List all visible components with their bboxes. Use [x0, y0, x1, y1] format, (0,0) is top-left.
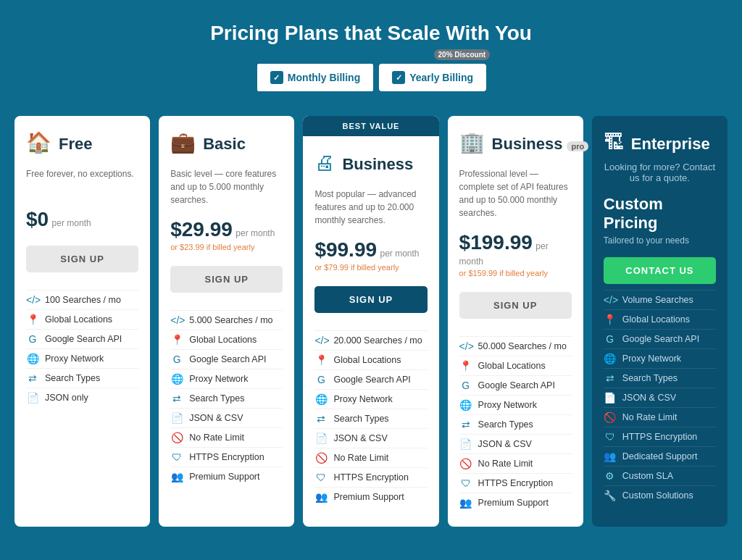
plan-free-header: 🏠 Free [26, 130, 138, 157]
feature-item: 🛡HTTPS Encryption [170, 447, 283, 467]
custom-pricing-title: Custom Pricing [604, 195, 716, 233]
plan-enterprise-icon: 🏗 [604, 130, 624, 154]
feat-text: No Rate Limit [622, 412, 678, 422]
feat-text: No Rate Limit [333, 453, 388, 463]
plan-enterprise-contact-button[interactable]: CONTACT US [604, 257, 716, 284]
feature-item: 📄JSON & CSV [604, 388, 716, 407]
feat-text: 100 Searches / mo [45, 295, 121, 305]
feature-item: 📍Global Locations [314, 350, 427, 369]
plan-business-icon: 🖨 [314, 151, 335, 175]
feat-icon: 👥 [459, 497, 472, 509]
feat-text: No Rate Limit [189, 432, 244, 443]
plan-free-price: $0 per month [26, 208, 138, 231]
feature-item: 🌐Proxy Network [314, 389, 427, 409]
plan-basic-header: 💼 Basic [170, 130, 283, 157]
feature-item: </>Volume Searches [604, 290, 716, 309]
feat-icon: 🚫 [314, 452, 328, 464]
feat-text: Proxy Network [478, 400, 537, 410]
feat-text: Google Search API [189, 354, 266, 364]
plan-free: 🏠 Free Free forever, no exceptions. $0 p… [14, 116, 150, 527]
feat-text: 5.000 Searches / mo [189, 315, 272, 325]
feature-item: 👥Dedicated Support [604, 446, 716, 466]
plan-business-yearly-note: or $79.99 if billed yearly [314, 263, 427, 272]
plan-enterprise-features: </>Volume Searches 📍Global Locations GGo… [604, 290, 716, 512]
feat-text: Search Types [622, 373, 678, 383]
feat-text: HTTPS Encryption [189, 452, 264, 462]
feat-text: Custom Solutions [622, 490, 693, 501]
feature-item: 📄JSON only [26, 388, 138, 407]
plan-business-signup-button[interactable]: SIGN UP [314, 286, 427, 313]
feature-item: 🚫No Rate Limit [604, 407, 716, 427]
feat-icon-json: 📄 [26, 392, 39, 404]
feat-text: JSON & CSV [478, 439, 532, 449]
plan-business-pro-name: Business pro [492, 135, 589, 154]
feat-text: 20.000 Searches / mo [333, 335, 422, 346]
feat-icon: 👥 [314, 491, 328, 503]
feature-item: 👥Premium Support [170, 467, 283, 486]
plan-enterprise-header: 🏗 Enterprise [604, 130, 716, 157]
feat-icon: ⇄ [170, 393, 183, 404]
feat-text: Proxy Network [45, 354, 104, 364]
plan-basic-price: $29.99 per month or $23.99 if billed yea… [170, 218, 283, 251]
feature-item: GGoogle Search API [459, 375, 572, 395]
feat-text: Custom SLA [622, 471, 673, 481]
feat-text: HTTPS Encryption [478, 478, 554, 488]
monthly-billing-label: Monthly Billing [288, 72, 360, 83]
monthly-billing-option[interactable]: ✓ Monthly Billing [256, 62, 375, 93]
feature-item: </>5.000 Searches / mo [170, 310, 283, 330]
feature-item: ⇄Search Types [170, 388, 283, 408]
feat-text: No Rate Limit [478, 459, 533, 469]
feature-item: 🌐Proxy Network [604, 348, 716, 368]
feature-item: 🚫No Rate Limit [314, 448, 427, 467]
feature-item: ⇄Search Types [459, 414, 572, 434]
feat-text: JSON only [45, 393, 88, 403]
feat-icon: 🌐 [459, 399, 472, 411]
feature-item: 📍Global Locations [604, 309, 716, 329]
plan-business-pro-amount: $199.99 [459, 231, 533, 254]
feature-item: 📍Global Locations [170, 330, 283, 349]
feat-icon: 👥 [170, 471, 183, 482]
feat-text: Google Search API [333, 375, 410, 385]
plans-container: 🏠 Free Free forever, no exceptions. $0 p… [14, 116, 728, 527]
feat-text: Proxy Network [189, 374, 248, 384]
feature-item: 👥Premium Support [314, 487, 427, 506]
feat-icon: 🚫 [604, 411, 617, 423]
feat-text: Global Locations [333, 355, 401, 365]
feat-icon: 🛡 [170, 451, 183, 463]
plan-business-pro-signup-button[interactable]: SIGN UP [459, 292, 572, 319]
feat-icon: 🚫 [170, 432, 183, 443]
yearly-checkbox: ✓ [392, 71, 405, 84]
plan-business-pro-icon: 🏢 [459, 130, 485, 154]
plan-enterprise-name: Enterprise [631, 135, 710, 154]
feat-icon-location: 📍 [26, 314, 39, 325]
feat-text: Premium Support [333, 492, 404, 502]
plan-free-signup-button[interactable]: SIGN UP [26, 246, 138, 272]
feature-item: 🛡HTTPS Encryption [314, 467, 427, 487]
yearly-billing-option[interactable]: 20% Discount ✓ Yearly Billing [379, 64, 486, 91]
feat-icon: 📄 [604, 392, 617, 404]
plan-business-pro-price: $199.99 per month or $159.99 if billed y… [459, 231, 572, 277]
feature-item: GGoogle Search API [170, 349, 283, 369]
feat-icon: G [604, 333, 617, 345]
feature-item: 📄JSON & CSV [459, 434, 572, 454]
feature-item: 🌐Proxy Network [170, 369, 283, 388]
feat-text: Search Types [189, 393, 244, 404]
feat-text: Premium Support [189, 472, 259, 482]
feature-item: 📍Global Locations [26, 309, 138, 329]
feat-icon: 🛡 [604, 431, 617, 443]
feat-text: Google Search API [45, 334, 122, 344]
feature-item: GGoogle Search API [314, 369, 427, 389]
feat-icon: G [459, 380, 472, 391]
plan-basic-signup-button[interactable]: SIGN UP [170, 266, 283, 293]
feat-icon: 📍 [314, 354, 328, 366]
plan-free-icon: 🏠 [26, 130, 51, 154]
feat-icon: 📄 [314, 432, 328, 444]
feat-icon: 🌐 [604, 353, 617, 364]
feat-icon: 🔧 [604, 490, 617, 501]
feat-icon: G [314, 374, 328, 385]
feature-item: 👥Premium Support [459, 493, 572, 512]
feature-item: 🚫No Rate Limit [170, 427, 283, 447]
plan-free-features: </>100 Searches / mo 📍Global Locations G… [26, 290, 138, 512]
feat-icon-google: G [26, 333, 39, 345]
plan-free-amount: $0 [26, 208, 49, 230]
